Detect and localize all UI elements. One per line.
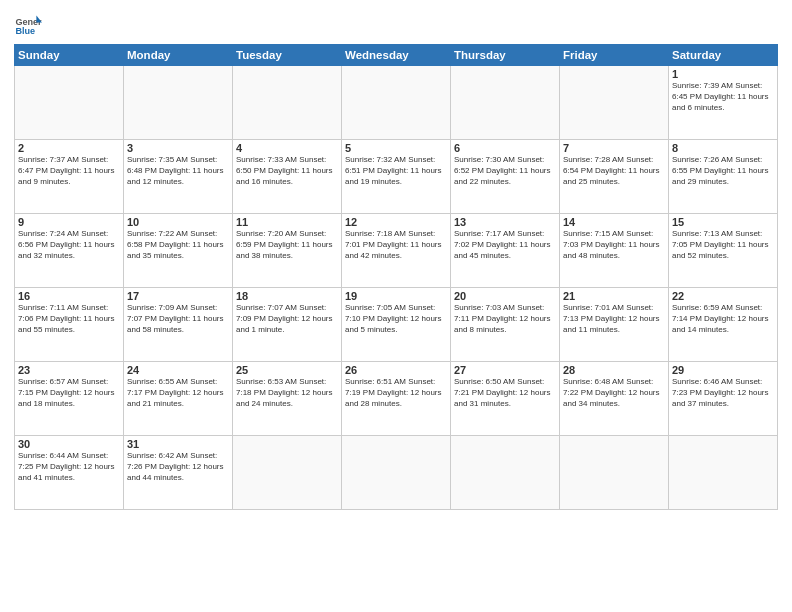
week-row-0: 1Sunrise: 7:39 AM Sunset: 6:45 PM Daylig… [15, 66, 778, 140]
day-cell [560, 436, 669, 510]
day-number: 2 [18, 142, 120, 154]
day-number: 10 [127, 216, 229, 228]
day-cell: 7Sunrise: 7:28 AM Sunset: 6:54 PM Daylig… [560, 140, 669, 214]
day-cell [342, 66, 451, 140]
day-info: Sunrise: 6:48 AM Sunset: 7:22 PM Dayligh… [563, 377, 665, 409]
day-number: 14 [563, 216, 665, 228]
day-number: 25 [236, 364, 338, 376]
day-info: Sunrise: 6:57 AM Sunset: 7:15 PM Dayligh… [18, 377, 120, 409]
day-info: Sunrise: 6:44 AM Sunset: 7:25 PM Dayligh… [18, 451, 120, 483]
day-cell: 28Sunrise: 6:48 AM Sunset: 7:22 PM Dayli… [560, 362, 669, 436]
day-info: Sunrise: 6:59 AM Sunset: 7:14 PM Dayligh… [672, 303, 774, 335]
day-info: Sunrise: 7:39 AM Sunset: 6:45 PM Dayligh… [672, 81, 774, 113]
week-row-2: 9Sunrise: 7:24 AM Sunset: 6:56 PM Daylig… [15, 214, 778, 288]
day-cell: 23Sunrise: 6:57 AM Sunset: 7:15 PM Dayli… [15, 362, 124, 436]
day-number: 15 [672, 216, 774, 228]
day-number: 24 [127, 364, 229, 376]
day-cell [124, 66, 233, 140]
day-info: Sunrise: 7:32 AM Sunset: 6:51 PM Dayligh… [345, 155, 447, 187]
day-cell: 2Sunrise: 7:37 AM Sunset: 6:47 PM Daylig… [15, 140, 124, 214]
col-header-friday: Friday [560, 45, 669, 66]
col-header-wednesday: Wednesday [342, 45, 451, 66]
day-cell: 6Sunrise: 7:30 AM Sunset: 6:52 PM Daylig… [451, 140, 560, 214]
col-header-monday: Monday [124, 45, 233, 66]
day-info: Sunrise: 6:50 AM Sunset: 7:21 PM Dayligh… [454, 377, 556, 409]
day-cell: 20Sunrise: 7:03 AM Sunset: 7:11 PM Dayli… [451, 288, 560, 362]
day-cell: 17Sunrise: 7:09 AM Sunset: 7:07 PM Dayli… [124, 288, 233, 362]
day-number: 21 [563, 290, 665, 302]
day-number: 5 [345, 142, 447, 154]
day-number: 12 [345, 216, 447, 228]
day-number: 18 [236, 290, 338, 302]
day-number: 6 [454, 142, 556, 154]
day-info: Sunrise: 6:51 AM Sunset: 7:19 PM Dayligh… [345, 377, 447, 409]
calendar-header-row: SundayMondayTuesdayWednesdayThursdayFrid… [15, 45, 778, 66]
logo-icon: General Blue [14, 10, 42, 38]
week-row-4: 23Sunrise: 6:57 AM Sunset: 7:15 PM Dayli… [15, 362, 778, 436]
day-number: 8 [672, 142, 774, 154]
day-cell: 29Sunrise: 6:46 AM Sunset: 7:23 PM Dayli… [669, 362, 778, 436]
day-number: 7 [563, 142, 665, 154]
day-cell: 9Sunrise: 7:24 AM Sunset: 6:56 PM Daylig… [15, 214, 124, 288]
day-cell: 22Sunrise: 6:59 AM Sunset: 7:14 PM Dayli… [669, 288, 778, 362]
day-info: Sunrise: 7:22 AM Sunset: 6:58 PM Dayligh… [127, 229, 229, 261]
day-number: 17 [127, 290, 229, 302]
week-row-1: 2Sunrise: 7:37 AM Sunset: 6:47 PM Daylig… [15, 140, 778, 214]
day-number: 19 [345, 290, 447, 302]
day-cell [451, 66, 560, 140]
day-info: Sunrise: 7:30 AM Sunset: 6:52 PM Dayligh… [454, 155, 556, 187]
day-number: 1 [672, 68, 774, 80]
day-info: Sunrise: 7:03 AM Sunset: 7:11 PM Dayligh… [454, 303, 556, 335]
day-cell: 21Sunrise: 7:01 AM Sunset: 7:13 PM Dayli… [560, 288, 669, 362]
day-number: 22 [672, 290, 774, 302]
day-number: 13 [454, 216, 556, 228]
day-number: 20 [454, 290, 556, 302]
day-cell [669, 436, 778, 510]
day-cell: 11Sunrise: 7:20 AM Sunset: 6:59 PM Dayli… [233, 214, 342, 288]
day-cell: 15Sunrise: 7:13 AM Sunset: 7:05 PM Dayli… [669, 214, 778, 288]
day-number: 29 [672, 364, 774, 376]
day-cell: 5Sunrise: 7:32 AM Sunset: 6:51 PM Daylig… [342, 140, 451, 214]
day-number: 31 [127, 438, 229, 450]
day-cell [560, 66, 669, 140]
day-info: Sunrise: 7:05 AM Sunset: 7:10 PM Dayligh… [345, 303, 447, 335]
day-cell: 14Sunrise: 7:15 AM Sunset: 7:03 PM Dayli… [560, 214, 669, 288]
day-info: Sunrise: 7:35 AM Sunset: 6:48 PM Dayligh… [127, 155, 229, 187]
svg-text:Blue: Blue [15, 26, 35, 36]
header: General Blue [14, 10, 778, 38]
col-header-thursday: Thursday [451, 45, 560, 66]
calendar: SundayMondayTuesdayWednesdayThursdayFrid… [14, 44, 778, 510]
day-info: Sunrise: 7:11 AM Sunset: 7:06 PM Dayligh… [18, 303, 120, 335]
day-cell: 18Sunrise: 7:07 AM Sunset: 7:09 PM Dayli… [233, 288, 342, 362]
day-number: 26 [345, 364, 447, 376]
day-number: 11 [236, 216, 338, 228]
day-info: Sunrise: 6:42 AM Sunset: 7:26 PM Dayligh… [127, 451, 229, 483]
day-number: 27 [454, 364, 556, 376]
day-cell: 27Sunrise: 6:50 AM Sunset: 7:21 PM Dayli… [451, 362, 560, 436]
day-info: Sunrise: 7:28 AM Sunset: 6:54 PM Dayligh… [563, 155, 665, 187]
day-info: Sunrise: 6:46 AM Sunset: 7:23 PM Dayligh… [672, 377, 774, 409]
logo: General Blue [14, 10, 46, 38]
day-cell: 13Sunrise: 7:17 AM Sunset: 7:02 PM Dayli… [451, 214, 560, 288]
day-cell: 4Sunrise: 7:33 AM Sunset: 6:50 PM Daylig… [233, 140, 342, 214]
day-number: 3 [127, 142, 229, 154]
day-cell: 30Sunrise: 6:44 AM Sunset: 7:25 PM Dayli… [15, 436, 124, 510]
day-cell: 3Sunrise: 7:35 AM Sunset: 6:48 PM Daylig… [124, 140, 233, 214]
day-info: Sunrise: 7:26 AM Sunset: 6:55 PM Dayligh… [672, 155, 774, 187]
day-cell [342, 436, 451, 510]
day-number: 16 [18, 290, 120, 302]
day-info: Sunrise: 7:33 AM Sunset: 6:50 PM Dayligh… [236, 155, 338, 187]
day-cell: 1Sunrise: 7:39 AM Sunset: 6:45 PM Daylig… [669, 66, 778, 140]
day-cell: 19Sunrise: 7:05 AM Sunset: 7:10 PM Dayli… [342, 288, 451, 362]
day-cell [233, 66, 342, 140]
day-cell: 24Sunrise: 6:55 AM Sunset: 7:17 PM Dayli… [124, 362, 233, 436]
day-cell: 16Sunrise: 7:11 AM Sunset: 7:06 PM Dayli… [15, 288, 124, 362]
day-number: 9 [18, 216, 120, 228]
day-cell [15, 66, 124, 140]
day-info: Sunrise: 7:07 AM Sunset: 7:09 PM Dayligh… [236, 303, 338, 335]
day-cell: 25Sunrise: 6:53 AM Sunset: 7:18 PM Dayli… [233, 362, 342, 436]
day-info: Sunrise: 7:18 AM Sunset: 7:01 PM Dayligh… [345, 229, 447, 261]
day-number: 23 [18, 364, 120, 376]
day-cell: 31Sunrise: 6:42 AM Sunset: 7:26 PM Dayli… [124, 436, 233, 510]
day-cell: 8Sunrise: 7:26 AM Sunset: 6:55 PM Daylig… [669, 140, 778, 214]
